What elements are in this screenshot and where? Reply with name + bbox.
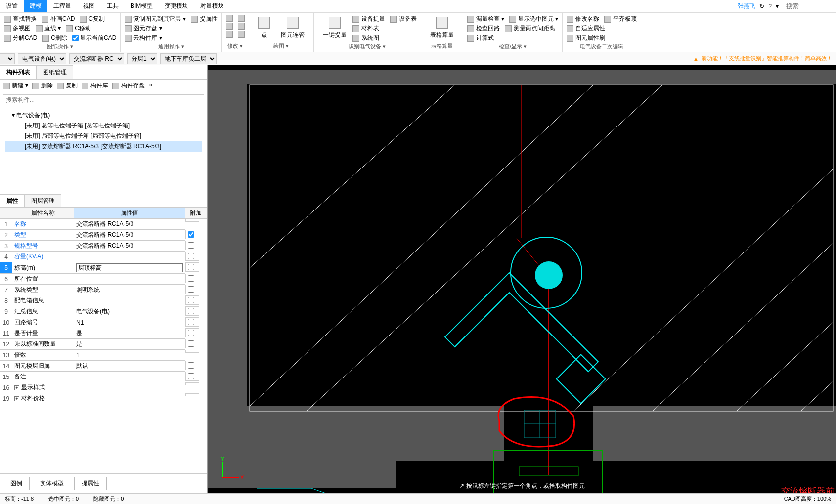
property-extra-checkbox[interactable]: [188, 231, 194, 238]
copy-button[interactable]: 复制: [57, 82, 78, 90]
property-row[interactable]: 9汇总信息电气设备(电): [0, 306, 207, 317]
property-extra-checkbox[interactable]: [188, 340, 194, 347]
modify-icon-1[interactable]: [226, 15, 233, 22]
filter-component[interactable]: 交流熔断器 RC: [69, 53, 124, 64]
menu-tools[interactable]: 工具: [101, 0, 125, 12]
menu-settings[interactable]: 设置: [0, 0, 24, 12]
property-row[interactable]: 1名称交流熔断器 RC1A-5/3: [0, 219, 207, 230]
formula-button[interactable]: 计算式: [467, 34, 494, 42]
menu-compare[interactable]: 对量模块: [194, 0, 230, 12]
filter-category[interactable]: 电气设备(电): [18, 53, 66, 64]
solid-model-button[interactable]: 实体模型: [33, 477, 71, 490]
copy-to-other-layer-button[interactable]: 复制图元到其它层 ▾: [125, 15, 185, 23]
property-extra-checkbox[interactable]: [188, 330, 194, 336]
element-attr-brush-button[interactable]: 图元属性刷: [567, 34, 605, 42]
property-row[interactable]: 19+材料价格: [0, 393, 207, 404]
tree-node-item[interactable]: [未用] 总等电位端子箱 [总等电位端子箱]: [5, 121, 202, 131]
table-calc-button[interactable]: 表格算量: [425, 15, 459, 42]
help-icon[interactable]: ?: [768, 3, 772, 10]
dropdown-icon[interactable]: ▾: [776, 3, 779, 10]
tab-component-list[interactable]: 构件列表: [0, 65, 37, 79]
system-diagram-button[interactable]: 系统图: [352, 34, 379, 42]
tab-drawing-manage[interactable]: 图纸管理: [37, 65, 73, 79]
c-delete-button[interactable]: C删除: [42, 34, 67, 42]
tab-properties[interactable]: 属性: [0, 194, 25, 207]
measure-distance-button[interactable]: 测量两点间距离: [505, 24, 555, 33]
cloud-lib-button[interactable]: 云构件库 ▾: [125, 34, 162, 42]
adaptive-attr-button[interactable]: 自适应属性: [567, 24, 605, 33]
modify-icon-4[interactable]: [238, 23, 245, 30]
tree-node-item[interactable]: [未用] 局部等电位端子箱 [局部等电位端子箱]: [5, 131, 202, 141]
modify-icon-2[interactable]: [238, 15, 245, 22]
search-input[interactable]: [783, 1, 832, 11]
menu-bim[interactable]: BIM模型: [125, 0, 159, 12]
property-extra-checkbox[interactable]: [188, 308, 194, 314]
property-extra-checkbox[interactable]: [188, 242, 194, 249]
modify-icon-6[interactable]: [238, 31, 245, 38]
align-slab-top-button[interactable]: 平齐板顶: [604, 15, 637, 23]
extract-props-button[interactable]: 提属性: [74, 477, 107, 490]
menu-quantity[interactable]: 工程量: [47, 0, 77, 12]
more-icon[interactable]: »: [149, 82, 152, 90]
filter-layer[interactable]: 分层1: [127, 53, 157, 64]
modify-icon-5[interactable]: [226, 31, 233, 38]
property-extra-checkbox[interactable]: [188, 264, 194, 270]
property-extra-checkbox[interactable]: [188, 373, 194, 379]
property-extra-checkbox[interactable]: [188, 297, 194, 303]
modify-icon-3[interactable]: [226, 23, 233, 30]
menu-change[interactable]: 变更模块: [159, 0, 194, 12]
filter-floor[interactable]: 地下车库负二层: [160, 53, 217, 64]
device-quantity-button[interactable]: 设备提量: [352, 15, 385, 23]
add-cad-button[interactable]: 补画CAD: [42, 15, 75, 23]
missing-check-button[interactable]: 漏量检查 ▾: [467, 15, 504, 23]
component-save-button[interactable]: 构件存盘: [112, 82, 145, 90]
menu-view[interactable]: 视图: [77, 0, 101, 12]
refresh-icon[interactable]: ↻: [759, 3, 764, 10]
decompose-cad-button[interactable]: 分解CAD: [4, 34, 37, 42]
device-table-button[interactable]: 设备表: [390, 15, 417, 23]
component-search-input[interactable]: [3, 94, 204, 105]
c-copy-button[interactable]: C复制: [80, 15, 105, 23]
property-extra-checkbox[interactable]: [188, 362, 194, 369]
property-row[interactable]: 15备注: [0, 372, 207, 382]
menu-modeling[interactable]: 建模: [24, 0, 47, 12]
property-extra-checkbox[interactable]: [188, 253, 194, 259]
element-save-button[interactable]: 图元存盘 ▾: [125, 24, 162, 33]
point-button[interactable]: 点: [253, 15, 275, 42]
legend-button[interactable]: 图例: [3, 477, 30, 490]
element-pipe-button[interactable]: 图元连管: [276, 15, 309, 42]
property-row[interactable]: 13倍数1: [0, 350, 207, 361]
drawing-canvas[interactable]: 交流熔断器前面这个是T接端子吗？ ↗按鼠标左键指定第一个角点，或拾取构件图元 Y…: [208, 65, 836, 493]
user-name[interactable]: 张燕飞: [738, 2, 755, 10]
notice-banner[interactable]: ▲ 新功能！「支线批量识别」智能推算构件！简单高效！: [693, 55, 836, 62]
line-button[interactable]: 直线 ▾: [36, 24, 61, 33]
check-circuit-button[interactable]: 检查回路: [467, 24, 500, 33]
property-row[interactable]: 8配电箱信息: [0, 295, 207, 306]
property-row[interactable]: 11是否计量是: [0, 328, 207, 339]
modify-name-button[interactable]: 修改名称: [567, 15, 599, 23]
property-row[interactable]: 4容量(KV.A): [0, 252, 207, 262]
component-lib-button[interactable]: 构件库: [82, 82, 108, 90]
extract-attr-button[interactable]: 提属性: [191, 15, 218, 23]
property-extra-checkbox[interactable]: [188, 275, 194, 282]
property-row[interactable]: 5标高(m): [0, 262, 207, 274]
property-row[interactable]: 7系统类型照明系统: [0, 285, 207, 295]
show-current-cad-checkbox[interactable]: 显示当前CAD: [72, 34, 116, 42]
property-row[interactable]: 12乘以标准间数量是: [0, 339, 207, 350]
show-selected-button[interactable]: 显示选中图元 ▾: [509, 15, 558, 23]
property-row[interactable]: 16+显示样式: [0, 382, 207, 393]
property-row[interactable]: 2类型交流熔断器 RC1A-5/3: [0, 230, 207, 241]
property-row[interactable]: 14图元楼层归属默认: [0, 361, 207, 372]
filter-1[interactable]: [0, 53, 15, 64]
c-move-button[interactable]: C移动: [66, 24, 91, 33]
tree-node-item-selected[interactable]: [未用] 交流熔断器 RC1A-5/3 [交流熔断器 RC1A-5/3]: [5, 141, 202, 152]
property-extra-checkbox[interactable]: [188, 286, 194, 293]
material-table-button[interactable]: 材料表: [352, 24, 379, 33]
property-row[interactable]: 6所在位置: [0, 274, 207, 285]
find-replace-button[interactable]: 查找替换: [4, 15, 37, 23]
multiview-button[interactable]: 多视图: [4, 24, 31, 33]
property-extra-checkbox[interactable]: [188, 319, 194, 325]
one-click-quantity-button[interactable]: 一键提量: [318, 15, 352, 42]
property-row[interactable]: 3规格型号交流熔断器 RC1A-5/3: [0, 241, 207, 252]
delete-button[interactable]: 删除: [32, 82, 53, 90]
